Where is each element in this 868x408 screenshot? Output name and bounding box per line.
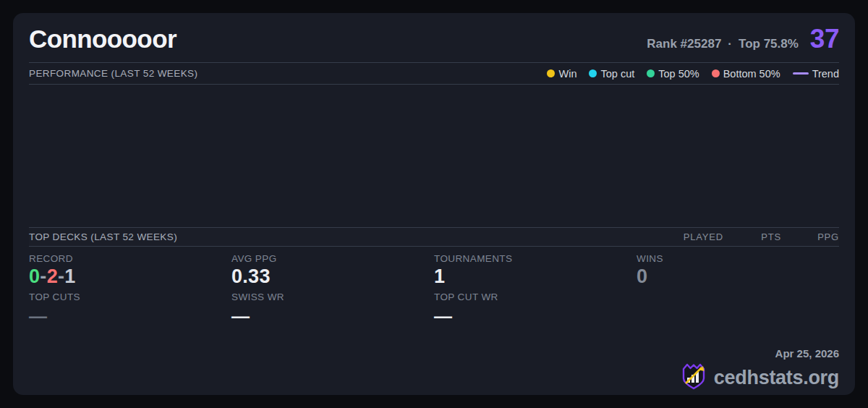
- brand-row[interactable]: cedhstats.org: [679, 362, 839, 394]
- rank-summary: Rank #25287 · Top 75.8% 37: [647, 24, 839, 54]
- player-stats-card: Connooooor Rank #25287 · Top 75.8% 37 PE…: [13, 13, 855, 395]
- legend-label: Top cut: [600, 68, 634, 80]
- performance-title: PERFORMANCE (LAST 52 WEEKS): [29, 68, 197, 79]
- legend-label: Top 50%: [658, 68, 699, 80]
- top-percent: Top 75.8%: [739, 37, 799, 51]
- legend-item-top-cut: Top cut: [589, 68, 634, 80]
- stats-section: RECORD 0-2-1 TOP CUTS — AVG PPG 0.33 SWI…: [29, 247, 839, 396]
- bottom-50-dot-icon: [712, 69, 720, 77]
- record-label: RECORD: [29, 253, 231, 264]
- brand-name: cedhstats.org: [714, 367, 839, 389]
- tournaments-value: 1: [434, 265, 637, 288]
- legend-item-top-50: Top 50%: [647, 68, 699, 80]
- record-sep: -: [40, 265, 46, 287]
- card-header: Connooooor Rank #25287 · Top 75.8% 37: [29, 13, 839, 62]
- win-dot-icon: [547, 69, 555, 77]
- rank-number: Rank #25287: [647, 37, 721, 51]
- avg-ppg-label: AVG PPG: [231, 253, 434, 264]
- wins-value: 0: [637, 265, 839, 288]
- top-cuts-label: TOP CUTS: [29, 292, 231, 302]
- rank-line: Rank #25287 · Top 75.8%: [647, 37, 799, 51]
- performance-header-band: PERFORMANCE (LAST 52 WEEKS) Win Top cut …: [29, 62, 839, 85]
- performance-chart: [29, 85, 839, 227]
- top-50-dot-icon: [647, 69, 655, 77]
- record-sep: -: [58, 265, 64, 287]
- top-cuts-value: —: [29, 308, 231, 325]
- player-score: 37: [810, 24, 839, 54]
- top-decks-title: TOP DECKS (LAST 52 WEEKS): [29, 231, 177, 242]
- legend-item-trend: Trend: [793, 68, 839, 80]
- column-played: PLAYED: [665, 231, 723, 242]
- legend-item-bottom-50: Bottom 50%: [712, 68, 780, 80]
- stats-grid: RECORD 0-2-1 TOP CUTS — AVG PPG 0.33 SWI…: [29, 253, 839, 325]
- player-name: Connooooor: [29, 25, 176, 54]
- top-decks-header-band: TOP DECKS (LAST 52 WEEKS) PLAYED PTS PPG: [29, 227, 839, 247]
- swiss-wr-label: SWISS WR: [231, 292, 434, 302]
- top-cut-wr-value: —: [434, 308, 637, 325]
- stat-avg-ppg: AVG PPG 0.33 SWISS WR —: [231, 253, 434, 325]
- top-decks-columns: PLAYED PTS PPG: [665, 231, 839, 242]
- record-value: 0-2-1: [29, 265, 231, 288]
- tournaments-label: TOURNAMENTS: [434, 253, 637, 264]
- rank-separator: ·: [728, 37, 732, 51]
- legend-label: Trend: [812, 68, 839, 80]
- avg-ppg-value: 0.33: [231, 265, 434, 288]
- record-wins: 0: [29, 265, 40, 287]
- column-ppg: PPG: [781, 231, 839, 242]
- top-cut-wr-label: TOP CUT WR: [434, 292, 637, 302]
- trend-line-icon: [793, 72, 809, 75]
- legend-item-win: Win: [547, 68, 576, 80]
- legend-label: Win: [558, 68, 576, 80]
- stat-tournaments: TOURNAMENTS 1 TOP CUT WR —: [434, 253, 637, 325]
- swiss-wr-value: —: [231, 308, 434, 325]
- top-cut-dot-icon: [589, 69, 597, 77]
- column-pts: PTS: [723, 231, 781, 242]
- record-draws: 1: [64, 265, 75, 287]
- card-footer: Apr 25, 2026 cedhstats.org: [679, 347, 839, 394]
- snapshot-date: Apr 25, 2026: [679, 347, 839, 360]
- legend-label: Bottom 50%: [723, 68, 780, 80]
- chart-legend: Win Top cut Top 50% Bottom 50% Trend: [547, 68, 839, 80]
- record-losses: 2: [47, 265, 58, 287]
- stat-wins: WINS 0: [637, 253, 839, 325]
- wins-label: WINS: [637, 253, 839, 264]
- stat-record: RECORD 0-2-1 TOP CUTS —: [29, 253, 231, 325]
- cedhstats-shield-logo-icon: [679, 362, 708, 394]
